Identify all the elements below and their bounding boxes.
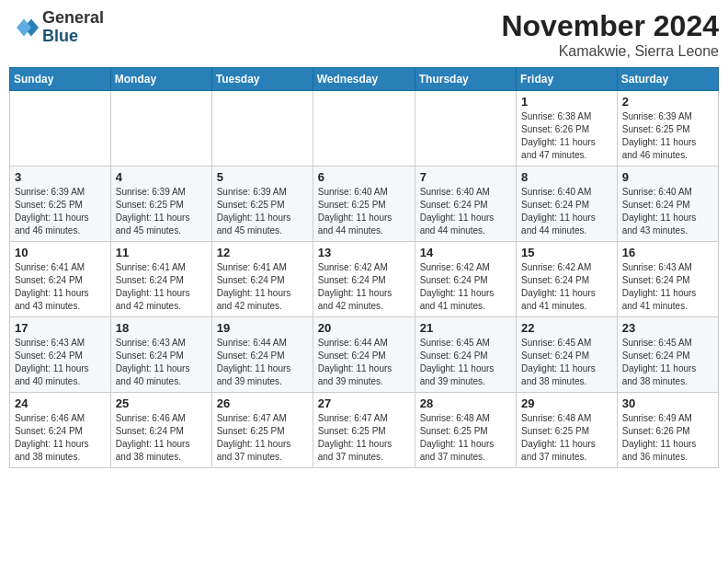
calendar-cell: 5Sunrise: 6:39 AM Sunset: 6:25 PM Daylig… xyxy=(211,167,313,242)
weekday-header-tuesday: Tuesday xyxy=(211,68,313,91)
day-info: Sunrise: 6:40 AM Sunset: 6:24 PM Dayligh… xyxy=(622,186,713,237)
day-info: Sunrise: 6:40 AM Sunset: 6:24 PM Dayligh… xyxy=(420,186,511,237)
day-number: 24 xyxy=(15,396,106,410)
day-number: 30 xyxy=(622,396,713,410)
day-number: 3 xyxy=(15,170,106,184)
calendar: SundayMondayTuesdayWednesdayThursdayFrid… xyxy=(9,67,719,468)
day-info: Sunrise: 6:44 AM Sunset: 6:24 PM Dayligh… xyxy=(318,337,410,388)
day-info: Sunrise: 6:46 AM Sunset: 6:24 PM Dayligh… xyxy=(15,412,106,464)
month-title: November 2024 xyxy=(501,9,719,43)
calendar-cell: 11Sunrise: 6:41 AM Sunset: 6:24 PM Dayli… xyxy=(110,242,211,317)
calendar-cell: 3Sunrise: 6:39 AM Sunset: 6:25 PM Daylig… xyxy=(10,167,111,242)
day-info: Sunrise: 6:45 AM Sunset: 6:24 PM Dayligh… xyxy=(521,337,612,388)
weekday-header-thursday: Thursday xyxy=(415,68,516,91)
calendar-cell: 28Sunrise: 6:48 AM Sunset: 6:25 PM Dayli… xyxy=(415,393,516,468)
title-block: November 2024 Kamakwie, Sierra Leone xyxy=(501,9,719,60)
calendar-cell: 27Sunrise: 6:47 AM Sunset: 6:25 PM Dayli… xyxy=(313,393,415,468)
calendar-cell: 8Sunrise: 6:40 AM Sunset: 6:24 PM Daylig… xyxy=(517,167,618,242)
calendar-cell: 4Sunrise: 6:39 AM Sunset: 6:25 PM Daylig… xyxy=(110,167,211,242)
weekday-header-friday: Friday xyxy=(517,68,618,91)
calendar-cell: 2Sunrise: 6:39 AM Sunset: 6:25 PM Daylig… xyxy=(617,91,718,167)
calendar-cell: 18Sunrise: 6:43 AM Sunset: 6:24 PM Dayli… xyxy=(110,317,211,393)
day-number: 17 xyxy=(15,321,106,335)
day-number: 23 xyxy=(622,321,713,335)
day-info: Sunrise: 6:47 AM Sunset: 6:25 PM Dayligh… xyxy=(318,412,410,464)
day-info: Sunrise: 6:41 AM Sunset: 6:24 PM Dayligh… xyxy=(217,261,308,313)
calendar-cell: 25Sunrise: 6:46 AM Sunset: 6:24 PM Dayli… xyxy=(110,393,211,468)
calendar-cell: 16Sunrise: 6:43 AM Sunset: 6:24 PM Dayli… xyxy=(617,242,718,317)
calendar-cell: 29Sunrise: 6:48 AM Sunset: 6:25 PM Dayli… xyxy=(517,393,618,468)
day-number: 28 xyxy=(420,396,511,410)
calendar-cell: 13Sunrise: 6:42 AM Sunset: 6:24 PM Dayli… xyxy=(313,242,415,317)
calendar-cell: 21Sunrise: 6:45 AM Sunset: 6:24 PM Dayli… xyxy=(415,317,516,393)
calendar-cell: 15Sunrise: 6:42 AM Sunset: 6:24 PM Dayli… xyxy=(517,242,618,317)
logo-text: General Blue xyxy=(42,9,104,46)
day-info: Sunrise: 6:39 AM Sunset: 6:25 PM Dayligh… xyxy=(217,186,308,237)
day-info: Sunrise: 6:45 AM Sunset: 6:24 PM Dayligh… xyxy=(420,337,511,388)
calendar-cell: 22Sunrise: 6:45 AM Sunset: 6:24 PM Dayli… xyxy=(517,317,618,393)
day-info: Sunrise: 6:38 AM Sunset: 6:26 PM Dayligh… xyxy=(521,110,612,162)
weekday-header-monday: Monday xyxy=(110,68,211,91)
day-number: 4 xyxy=(116,170,207,184)
day-number: 9 xyxy=(622,170,713,184)
calendar-cell: 23Sunrise: 6:45 AM Sunset: 6:24 PM Dayli… xyxy=(617,317,718,393)
day-info: Sunrise: 6:42 AM Sunset: 6:24 PM Dayligh… xyxy=(318,261,410,313)
day-info: Sunrise: 6:47 AM Sunset: 6:25 PM Dayligh… xyxy=(217,412,308,464)
day-number: 5 xyxy=(217,170,308,184)
page-header: General Blue November 2024 Kamakwie, Sie… xyxy=(9,9,719,60)
day-number: 19 xyxy=(217,321,308,335)
day-info: Sunrise: 6:42 AM Sunset: 6:24 PM Dayligh… xyxy=(521,261,612,313)
day-number: 20 xyxy=(318,321,410,335)
calendar-cell: 9Sunrise: 6:40 AM Sunset: 6:24 PM Daylig… xyxy=(617,167,718,242)
day-number: 13 xyxy=(318,246,410,259)
calendar-cell: 6Sunrise: 6:40 AM Sunset: 6:25 PM Daylig… xyxy=(313,167,415,242)
day-info: Sunrise: 6:43 AM Sunset: 6:24 PM Dayligh… xyxy=(15,337,106,388)
weekday-header-sunday: Sunday xyxy=(10,68,111,91)
day-info: Sunrise: 6:48 AM Sunset: 6:25 PM Dayligh… xyxy=(420,412,511,464)
calendar-cell: 19Sunrise: 6:44 AM Sunset: 6:24 PM Dayli… xyxy=(211,317,313,393)
day-number: 2 xyxy=(622,95,713,109)
calendar-cell: 17Sunrise: 6:43 AM Sunset: 6:24 PM Dayli… xyxy=(10,317,111,393)
weekday-header-wednesday: Wednesday xyxy=(313,68,415,91)
day-info: Sunrise: 6:46 AM Sunset: 6:24 PM Dayligh… xyxy=(116,412,207,464)
calendar-cell: 7Sunrise: 6:40 AM Sunset: 6:24 PM Daylig… xyxy=(415,167,516,242)
day-info: Sunrise: 6:43 AM Sunset: 6:24 PM Dayligh… xyxy=(116,337,207,388)
day-info: Sunrise: 6:39 AM Sunset: 6:25 PM Dayligh… xyxy=(15,186,106,237)
logo: General Blue xyxy=(9,9,104,46)
day-number: 7 xyxy=(420,170,511,184)
calendar-cell: 30Sunrise: 6:49 AM Sunset: 6:26 PM Dayli… xyxy=(617,393,718,468)
calendar-cell: 1Sunrise: 6:38 AM Sunset: 6:26 PM Daylig… xyxy=(517,91,618,167)
weekday-header-saturday: Saturday xyxy=(617,68,718,91)
day-number: 26 xyxy=(217,396,308,410)
day-info: Sunrise: 6:48 AM Sunset: 6:25 PM Dayligh… xyxy=(521,412,612,464)
calendar-cell: 10Sunrise: 6:41 AM Sunset: 6:24 PM Dayli… xyxy=(10,242,111,317)
day-info: Sunrise: 6:49 AM Sunset: 6:26 PM Dayligh… xyxy=(622,412,713,464)
day-number: 18 xyxy=(116,321,207,335)
location: Kamakwie, Sierra Leone xyxy=(501,43,719,60)
day-info: Sunrise: 6:43 AM Sunset: 6:24 PM Dayligh… xyxy=(622,261,713,313)
calendar-cell: 14Sunrise: 6:42 AM Sunset: 6:24 PM Dayli… xyxy=(415,242,516,317)
day-number: 6 xyxy=(318,170,410,184)
calendar-cell: 12Sunrise: 6:41 AM Sunset: 6:24 PM Dayli… xyxy=(211,242,313,317)
calendar-cell xyxy=(10,91,111,167)
calendar-cell xyxy=(313,91,415,167)
calendar-cell xyxy=(415,91,516,167)
day-number: 14 xyxy=(420,246,511,259)
day-number: 12 xyxy=(217,246,308,259)
day-info: Sunrise: 6:44 AM Sunset: 6:24 PM Dayligh… xyxy=(217,337,308,388)
day-number: 11 xyxy=(116,246,207,259)
day-number: 1 xyxy=(521,95,612,109)
day-number: 16 xyxy=(622,246,713,259)
day-number: 8 xyxy=(521,170,612,184)
day-info: Sunrise: 6:45 AM Sunset: 6:24 PM Dayligh… xyxy=(622,337,713,388)
day-number: 10 xyxy=(15,246,106,259)
calendar-cell xyxy=(211,91,313,167)
day-number: 15 xyxy=(521,246,612,259)
calendar-cell xyxy=(110,91,211,167)
day-info: Sunrise: 6:40 AM Sunset: 6:25 PM Dayligh… xyxy=(318,186,410,237)
day-number: 21 xyxy=(420,321,511,335)
day-number: 29 xyxy=(521,396,612,410)
day-info: Sunrise: 6:41 AM Sunset: 6:24 PM Dayligh… xyxy=(15,261,106,313)
calendar-cell: 24Sunrise: 6:46 AM Sunset: 6:24 PM Dayli… xyxy=(10,393,111,468)
calendar-cell: 26Sunrise: 6:47 AM Sunset: 6:25 PM Dayli… xyxy=(211,393,313,468)
